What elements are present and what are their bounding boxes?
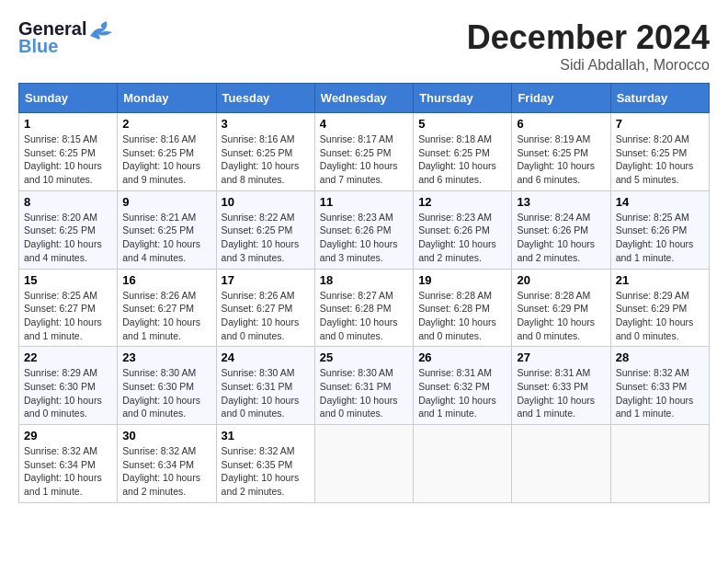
calendar-cell: 25 Sunrise: 8:30 AM Sunset: 6:31 PM Dayl… — [314, 347, 413, 425]
calendar-cell — [512, 425, 610, 503]
day-number: 18 — [320, 273, 408, 287]
day-number: 24 — [222, 350, 310, 364]
day-info: Sunrise: 8:16 AM Sunset: 6:25 PM Dayligh… — [222, 132, 310, 187]
day-info: Sunrise: 8:25 AM Sunset: 6:26 PM Dayligh… — [616, 211, 704, 265]
calendar-cell: 24 Sunrise: 8:30 AM Sunset: 6:31 PM Dayl… — [216, 347, 314, 425]
day-info: Sunrise: 8:21 AM Sunset: 6:25 PM Dayligh… — [122, 211, 210, 265]
day-info: Sunrise: 8:28 AM Sunset: 6:28 PM Dayligh… — [418, 289, 506, 343]
day-number: 12 — [418, 195, 506, 209]
calendar-cell: 14 Sunrise: 8:25 AM Sunset: 6:26 PM Dayl… — [610, 190, 709, 269]
week-row-2: 8 Sunrise: 8:20 AM Sunset: 6:25 PM Dayli… — [19, 190, 710, 269]
day-info: Sunrise: 8:32 AM Sunset: 6:34 PM Dayligh… — [24, 444, 112, 499]
day-info: Sunrise: 8:20 AM Sunset: 6:25 PM Dayligh… — [24, 211, 112, 265]
calendar-cell: 6 Sunrise: 8:19 AM Sunset: 6:25 PM Dayli… — [512, 113, 610, 191]
calendar-cell: 23 Sunrise: 8:30 AM Sunset: 6:30 PM Dayl… — [118, 347, 216, 425]
day-number: 1 — [24, 117, 112, 131]
day-info: Sunrise: 8:28 AM Sunset: 6:29 PM Dayligh… — [517, 289, 605, 343]
calendar-cell: 10 Sunrise: 8:22 AM Sunset: 6:25 PM Dayl… — [216, 190, 314, 269]
day-info: Sunrise: 8:31 AM Sunset: 6:32 PM Dayligh… — [418, 366, 506, 420]
day-info: Sunrise: 8:16 AM Sunset: 6:25 PM Dayligh… — [122, 132, 210, 187]
calendar-cell: 7 Sunrise: 8:20 AM Sunset: 6:25 PM Dayli… — [610, 113, 709, 191]
calendar-cell: 8 Sunrise: 8:20 AM Sunset: 6:25 PM Dayli… — [19, 190, 118, 269]
title-block: December 2024 Sidi Abdallah, Morocco — [467, 18, 710, 74]
week-row-3: 15 Sunrise: 8:25 AM Sunset: 6:27 PM Dayl… — [19, 269, 710, 347]
day-number: 15 — [24, 273, 112, 287]
day-number: 30 — [122, 429, 210, 442]
day-number: 13 — [517, 195, 605, 209]
day-number: 21 — [616, 273, 704, 287]
day-info: Sunrise: 8:17 AM Sunset: 6:25 PM Dayligh… — [320, 132, 408, 187]
day-info: Sunrise: 8:19 AM Sunset: 6:25 PM Dayligh… — [517, 132, 605, 187]
day-number: 3 — [222, 117, 310, 131]
calendar-cell: 26 Sunrise: 8:31 AM Sunset: 6:32 PM Dayl… — [414, 347, 512, 425]
day-info: Sunrise: 8:26 AM Sunset: 6:27 PM Dayligh… — [222, 289, 310, 343]
day-info: Sunrise: 8:22 AM Sunset: 6:25 PM Dayligh… — [222, 211, 310, 265]
calendar-cell: 9 Sunrise: 8:21 AM Sunset: 6:25 PM Dayli… — [118, 190, 216, 269]
day-number: 27 — [517, 350, 605, 364]
day-number: 16 — [122, 273, 210, 287]
calendar-cell — [314, 425, 413, 503]
day-info: Sunrise: 8:29 AM Sunset: 6:29 PM Dayligh… — [616, 289, 704, 343]
day-number: 4 — [320, 117, 408, 131]
calendar-cell: 28 Sunrise: 8:32 AM Sunset: 6:33 PM Dayl… — [610, 347, 709, 425]
calendar-cell: 17 Sunrise: 8:26 AM Sunset: 6:27 PM Dayl… — [216, 269, 314, 347]
day-number: 26 — [418, 350, 506, 364]
calendar-cell: 31 Sunrise: 8:32 AM Sunset: 6:35 PM Dayl… — [216, 425, 314, 503]
day-info: Sunrise: 8:24 AM Sunset: 6:26 PM Dayligh… — [517, 211, 605, 265]
day-info: Sunrise: 8:23 AM Sunset: 6:26 PM Dayligh… — [418, 211, 506, 265]
calendar-cell: 20 Sunrise: 8:28 AM Sunset: 6:29 PM Dayl… — [512, 269, 610, 347]
week-row-4: 22 Sunrise: 8:29 AM Sunset: 6:30 PM Dayl… — [19, 347, 710, 425]
day-info: Sunrise: 8:29 AM Sunset: 6:30 PM Dayligh… — [24, 366, 112, 420]
calendar-cell: 19 Sunrise: 8:28 AM Sunset: 6:28 PM Dayl… — [414, 269, 512, 347]
day-number: 19 — [418, 273, 506, 287]
week-row-1: 1 Sunrise: 8:15 AM Sunset: 6:25 PM Dayli… — [19, 113, 710, 191]
calendar-cell: 4 Sunrise: 8:17 AM Sunset: 6:25 PM Dayli… — [314, 113, 413, 191]
day-number: 5 — [418, 117, 506, 131]
day-number: 7 — [616, 117, 704, 131]
calendar-cell: 15 Sunrise: 8:25 AM Sunset: 6:27 PM Dayl… — [19, 269, 118, 347]
col-wednesday: Wednesday — [314, 84, 413, 113]
col-tuesday: Tuesday — [216, 84, 314, 113]
day-info: Sunrise: 8:25 AM Sunset: 6:27 PM Dayligh… — [24, 289, 112, 343]
calendar-header-row: Sunday Monday Tuesday Wednesday Thursday… — [19, 84, 710, 113]
calendar-cell: 16 Sunrise: 8:26 AM Sunset: 6:27 PM Dayl… — [118, 269, 216, 347]
calendar-cell: 2 Sunrise: 8:16 AM Sunset: 6:25 PM Dayli… — [118, 113, 216, 191]
week-row-5: 29 Sunrise: 8:32 AM Sunset: 6:34 PM Dayl… — [19, 425, 710, 503]
day-info: Sunrise: 8:32 AM Sunset: 6:33 PM Dayligh… — [616, 366, 704, 420]
day-info: Sunrise: 8:32 AM Sunset: 6:34 PM Dayligh… — [122, 444, 210, 499]
calendar-cell: 11 Sunrise: 8:23 AM Sunset: 6:26 PM Dayl… — [314, 190, 413, 269]
col-saturday: Saturday — [610, 84, 709, 113]
day-number: 2 — [122, 117, 210, 131]
day-info: Sunrise: 8:15 AM Sunset: 6:25 PM Dayligh… — [24, 132, 112, 187]
calendar-cell: 21 Sunrise: 8:29 AM Sunset: 6:29 PM Dayl… — [610, 269, 709, 347]
day-number: 17 — [222, 273, 310, 287]
calendar-cell: 27 Sunrise: 8:31 AM Sunset: 6:33 PM Dayl… — [512, 347, 610, 425]
day-number: 29 — [24, 429, 112, 442]
location: Sidi Abdallah, Morocco — [467, 57, 710, 74]
logo-text-block: General Blue — [18, 18, 114, 57]
logo-blue: Blue — [18, 36, 58, 57]
calendar-table: Sunday Monday Tuesday Wednesday Thursday… — [18, 83, 710, 503]
calendar-cell: 3 Sunrise: 8:16 AM Sunset: 6:25 PM Dayli… — [216, 113, 314, 191]
calendar-cell: 29 Sunrise: 8:32 AM Sunset: 6:34 PM Dayl… — [19, 425, 118, 503]
day-number: 28 — [616, 350, 704, 364]
day-number: 25 — [320, 350, 408, 364]
logo: General Blue — [18, 18, 114, 57]
day-info: Sunrise: 8:23 AM Sunset: 6:26 PM Dayligh… — [320, 211, 408, 265]
day-info: Sunrise: 8:27 AM Sunset: 6:28 PM Dayligh… — [320, 289, 408, 343]
day-number: 14 — [616, 195, 704, 209]
day-number: 9 — [122, 195, 210, 209]
day-number: 22 — [24, 350, 112, 364]
day-number: 31 — [222, 429, 310, 442]
page-header: General Blue December 2024 Sidi Abdallah… — [18, 18, 710, 74]
col-sunday: Sunday — [19, 84, 118, 113]
calendar-cell — [414, 425, 512, 503]
day-number: 20 — [517, 273, 605, 287]
calendar-cell: 30 Sunrise: 8:32 AM Sunset: 6:34 PM Dayl… — [118, 425, 216, 503]
col-thursday: Thursday — [414, 84, 512, 113]
col-friday: Friday — [512, 84, 610, 113]
col-monday: Monday — [118, 84, 216, 113]
day-number: 23 — [122, 350, 210, 364]
day-info: Sunrise: 8:30 AM Sunset: 6:31 PM Dayligh… — [320, 366, 408, 420]
day-info: Sunrise: 8:18 AM Sunset: 6:25 PM Dayligh… — [418, 132, 506, 187]
